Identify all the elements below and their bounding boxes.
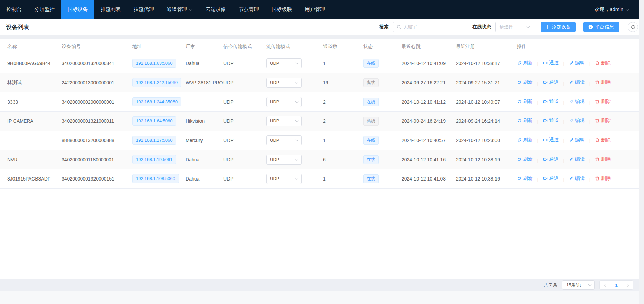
nav-tab[interactable]: 节点管理: [232, 0, 265, 19]
table-row: 8J01915PAGB3ADF 34020000001320000151 192…: [0, 169, 639, 188]
manufacturer: Hikvision: [186, 111, 223, 131]
edit-action[interactable]: 编辑: [569, 156, 585, 162]
refresh-action[interactable]: 刷新: [517, 175, 533, 182]
refresh-action[interactable]: 刷新: [517, 99, 533, 105]
delete-action[interactable]: 删除: [595, 79, 611, 85]
channel-action[interactable]: 通道: [543, 118, 559, 124]
edit-action[interactable]: 编辑: [569, 118, 585, 124]
edit-pen-icon: [569, 157, 574, 162]
row-actions: 刷新 | 通道 |: [512, 169, 639, 188]
pagination-bar: 共 7 条 15条/页 1: [0, 279, 644, 291]
channel-count: 1: [323, 54, 363, 73]
delete-action[interactable]: 删除: [595, 118, 611, 124]
nav-tab-label: 推流列表: [101, 6, 121, 13]
add-device-button[interactable]: 添加设备: [541, 22, 576, 32]
channel-action[interactable]: 通道: [543, 79, 559, 85]
page-size-value: 15条/页: [566, 282, 581, 288]
device-name: [0, 131, 62, 150]
chevron-down-icon: [189, 8, 193, 11]
info-icon: [588, 25, 593, 29]
table-header-row: 名称 设备编号 地址 厂家 信令传输模式 流传输模式 通道数 状态 最近心跳 最…: [0, 39, 639, 54]
refresh-action[interactable]: 刷新: [517, 79, 533, 85]
trash-icon: [595, 61, 600, 65]
top-navbar: 控制台 分屏监控 国标设备 推流列表 拉流代理: [0, 0, 644, 19]
device-name: IP CAMERA: [0, 111, 62, 131]
chevron-down-icon: [626, 8, 629, 11]
last-heartbeat: 2024-10-12 10:41:08: [402, 169, 456, 188]
last-register: 2024-10-12 10:40:07: [456, 92, 512, 111]
nav-tab[interactable]: 国标级联: [265, 0, 298, 19]
device-address: 192.168.1.242:15060: [132, 78, 181, 87]
nav-tab[interactable]: 通道管理: [160, 0, 199, 19]
stream-mode-select[interactable]: UDP: [266, 97, 302, 107]
channel-action[interactable]: 通道: [543, 175, 559, 182]
online-status-select[interactable]: 请选择: [495, 22, 533, 32]
edit-action[interactable]: 编辑: [569, 137, 585, 143]
stream-mode-select[interactable]: UDP: [266, 78, 302, 88]
device-name: 3333: [0, 92, 62, 111]
edit-pen-icon: [569, 61, 574, 65]
nav-tab[interactable]: 国标设备: [61, 0, 94, 19]
stream-mode-select[interactable]: UDP: [266, 58, 302, 68]
trash-icon: [595, 80, 600, 85]
nav-tab-label: 控制台: [6, 6, 22, 13]
delete-action[interactable]: 删除: [595, 137, 611, 143]
nav-tab[interactable]: 推流列表: [94, 0, 127, 19]
edit-action[interactable]: 编辑: [569, 175, 585, 182]
refresh-action[interactable]: 刷新: [517, 118, 533, 124]
delete-action[interactable]: 删除: [595, 156, 611, 162]
chevron-down-icon: [295, 139, 299, 142]
nav-tab[interactable]: 拉流代理: [127, 0, 160, 19]
platform-info-button[interactable]: 平台信息: [583, 22, 619, 32]
refresh-action[interactable]: 刷新: [517, 156, 533, 162]
device-address: 192.168.1.63:5060: [132, 59, 176, 68]
user-menu[interactable]: 欢迎，admin: [594, 0, 629, 19]
last-heartbeat: 2024-09-27 16:22:21: [402, 73, 456, 92]
nav-tab[interactable]: 分屏监控: [28, 0, 61, 19]
edit-action[interactable]: 编辑: [569, 99, 585, 105]
edit-action[interactable]: 编辑: [569, 60, 585, 66]
refresh-action[interactable]: 刷新: [517, 60, 533, 66]
stream-mode-select[interactable]: UDP: [266, 174, 302, 184]
nav-tab-label: 云端录像: [206, 6, 226, 13]
current-page[interactable]: 1: [611, 283, 622, 288]
stream-mode-select[interactable]: UDP: [266, 116, 302, 126]
nav-tab-label: 拉流代理: [134, 6, 154, 13]
nav-tab-label: 用户管理: [305, 6, 325, 13]
refresh-icon: [517, 99, 522, 104]
status-badge: 在线: [363, 155, 379, 164]
device-name: NVR: [0, 150, 62, 169]
channel-action[interactable]: 通道: [543, 99, 559, 105]
refresh-icon: [517, 80, 522, 85]
add-device-label: 添加设备: [552, 24, 571, 30]
search-input[interactable]: 关键字: [393, 22, 455, 32]
video-camera-icon: [543, 157, 548, 162]
nav-tab[interactable]: 控制台: [0, 0, 28, 19]
channel-action[interactable]: 通道: [543, 60, 559, 66]
delete-action[interactable]: 删除: [595, 60, 611, 66]
section-divider: [0, 35, 644, 39]
next-page-button[interactable]: [622, 281, 633, 289]
nav-tab[interactable]: 用户管理: [298, 0, 331, 19]
stream-mode-select[interactable]: UDP: [266, 155, 302, 165]
signal-transport-mode: UDP: [223, 54, 266, 73]
nav-tab[interactable]: 云端录像: [199, 0, 232, 19]
page-size-select[interactable]: 15条/页: [562, 280, 595, 290]
delete-action[interactable]: 删除: [595, 99, 611, 105]
status-badge: 在线: [363, 59, 379, 68]
delete-action[interactable]: 删除: [595, 175, 611, 182]
scrollbar-track[interactable]: [639, 0, 644, 304]
prev-page-button[interactable]: [600, 281, 611, 289]
chevron-down-icon: [295, 81, 299, 84]
device-id: 88880000013200000888: [62, 131, 132, 150]
channel-action[interactable]: 通道: [543, 156, 559, 162]
refresh-action[interactable]: 刷新: [517, 137, 533, 143]
refresh-button[interactable]: [628, 22, 638, 32]
stream-mode-value: UDP: [270, 138, 279, 143]
stream-mode-select[interactable]: UDP: [266, 135, 302, 145]
stream-mode-value: UDP: [270, 80, 279, 85]
last-register: 2024-10-12 10:38:16: [456, 169, 512, 188]
channel-action[interactable]: 通道: [543, 137, 559, 143]
status-badge: 在线: [363, 136, 379, 145]
edit-action[interactable]: 编辑: [569, 79, 585, 85]
